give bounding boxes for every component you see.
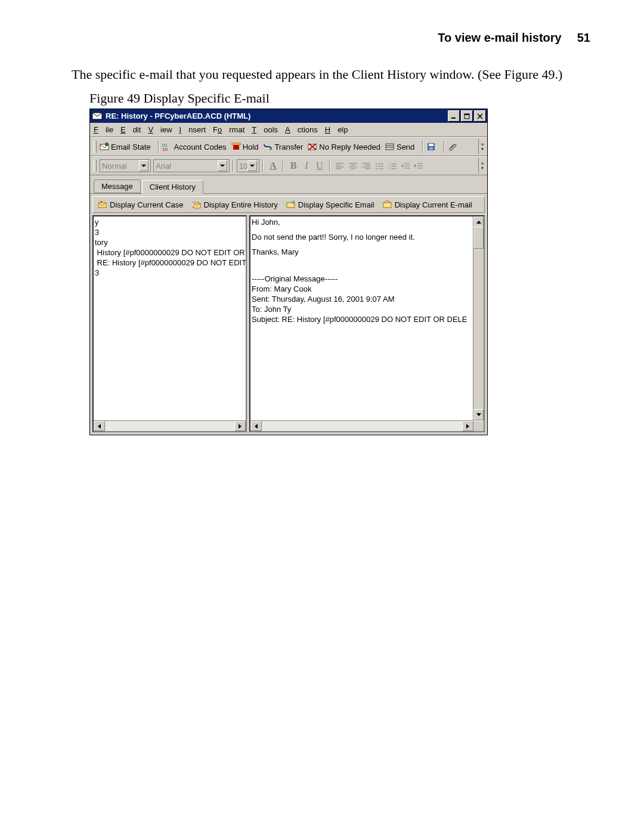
close-button[interactable] (474, 110, 486, 122)
maximize-button[interactable] (461, 110, 473, 122)
toolbar-grip[interactable] (94, 141, 97, 153)
format-overflow[interactable]: »▼ (478, 158, 486, 174)
svg-rect-11 (386, 144, 394, 150)
font-color-button[interactable]: A (267, 159, 280, 172)
display-specific-email-button[interactable]: ? Display Specific Email (284, 200, 374, 209)
align-center-button[interactable] (346, 159, 360, 172)
header-title: To view e-mail history (438, 31, 561, 45)
mails-icon (192, 200, 202, 209)
svg-rect-1 (451, 117, 456, 119)
history-toolbar: Display Current Case Display Entire Hist… (92, 196, 485, 213)
no-reply-button[interactable]: No Reply Needed (308, 142, 380, 151)
scroll-right-button[interactable] (462, 421, 473, 431)
bold-button[interactable]: B (287, 159, 300, 172)
main-toolbar: Email State 0110 Account Codes Hold Tran… (90, 137, 487, 156)
size-combo[interactable]: 10 (237, 159, 259, 172)
tab-client-history[interactable]: Client History (142, 180, 203, 194)
svg-rect-9 (232, 143, 240, 145)
email-state-icon (100, 142, 109, 151)
paperclip-icon (448, 142, 457, 151)
svg-text:10: 10 (162, 147, 168, 151)
mail-open-icon (383, 200, 392, 209)
menubar: File Edit View Insert Format Tools Actio… (90, 123, 487, 137)
history-list[interactable]: y 3 tory History [#pf0000000029 DO NOT E… (94, 216, 246, 431)
display-entire-history-button[interactable]: Display Entire History (190, 200, 278, 209)
bullets-button[interactable] (373, 159, 386, 172)
display-current-case-button[interactable]: Display Current Case (95, 200, 184, 209)
indent-button[interactable] (412, 159, 425, 172)
scroll-left-button[interactable] (250, 421, 262, 431)
page-header: To view e-mail history 51 (72, 31, 590, 45)
format-toolbar: Normal Arial 10 A B I U 123 (90, 156, 487, 175)
style-combo[interactable]: Normal (100, 159, 151, 172)
tab-message[interactable]: Message (94, 179, 141, 193)
menu-format[interactable]: Format (213, 125, 244, 134)
account-codes-button[interactable]: 0110 Account Codes (162, 142, 226, 151)
tab-strip: Message Client History (90, 175, 487, 193)
italic-button[interactable]: I (300, 159, 313, 172)
hold-icon (231, 142, 241, 151)
right-vscroll[interactable] (473, 216, 484, 420)
mail-icon (92, 112, 103, 120)
svg-rect-16 (429, 147, 433, 150)
email-state-button[interactable]: Email State (100, 142, 150, 151)
scroll-down-button[interactable] (473, 409, 484, 420)
format-grip[interactable] (94, 160, 97, 172)
left-hscroll[interactable] (94, 420, 246, 431)
svg-text:3: 3 (388, 168, 390, 169)
menu-actions[interactable]: Actions (285, 125, 318, 134)
save-button[interactable] (426, 142, 436, 151)
chevron-down-icon (247, 160, 257, 171)
window-title: RE: History - PFCyberAED.ACD (HTML) (106, 112, 250, 120)
mail-question-icon: ? (286, 200, 296, 209)
align-right-button[interactable] (360, 159, 373, 172)
chevron-down-icon (139, 160, 148, 171)
chevron-down-icon (218, 160, 227, 171)
folder-mail-icon (98, 200, 107, 209)
floppy-icon (426, 142, 436, 151)
toolbar-overflow[interactable]: »▼ (478, 139, 486, 154)
svg-point-31 (376, 166, 377, 167)
minimize-button[interactable] (448, 110, 460, 122)
scroll-corner (473, 421, 484, 431)
menu-edit[interactable]: Edit (120, 125, 141, 134)
titlebar[interactable]: RE: History - PFCyberAED.ACD (HTML) (90, 109, 487, 123)
align-left-button[interactable] (333, 159, 346, 172)
app-window: RE: History - PFCyberAED.ACD (HTML) File… (89, 109, 488, 435)
menu-help[interactable]: Help (325, 125, 348, 134)
body-sentence: The specific e-mail that you requested a… (72, 66, 608, 83)
outdent-button[interactable] (399, 159, 412, 172)
history-list-pane[interactable]: y 3 tory History [#pf0000000029 DO NOT E… (92, 215, 247, 432)
hold-button[interactable]: Hold (231, 142, 259, 151)
transfer-button[interactable]: Transfer (263, 142, 303, 151)
svg-rect-3 (465, 114, 469, 115)
svg-rect-15 (429, 144, 434, 146)
figure-caption: Figure 49 Display Specific E-mail (89, 91, 270, 106)
attach-button[interactable] (448, 142, 457, 151)
email-body: Hi John, Do not send the part!! Sorry, I… (250, 216, 484, 431)
right-hscroll[interactable] (250, 420, 473, 431)
menu-insert[interactable]: Insert (179, 125, 206, 134)
menu-file[interactable]: File (94, 125, 113, 134)
send-button[interactable]: Send (385, 142, 414, 151)
menu-tools[interactable]: Tools (252, 125, 278, 134)
underline-button[interactable]: U (313, 159, 326, 172)
svg-point-29 (376, 163, 377, 165)
numbering-button[interactable]: 123 (386, 159, 399, 172)
scroll-thumb[interactable] (473, 227, 484, 249)
send-icon (385, 142, 395, 151)
email-preview-pane[interactable]: Hi John, Do not send the part!! Sorry, I… (249, 215, 485, 432)
display-current-email-button[interactable]: Display Current E-mail (380, 200, 472, 209)
menu-view[interactable]: View (148, 125, 172, 134)
svg-rect-52 (383, 203, 391, 208)
svg-point-33 (376, 168, 377, 169)
scroll-right-button[interactable] (234, 421, 246, 431)
svg-text:?: ? (292, 200, 295, 206)
scroll-left-button[interactable] (94, 421, 105, 431)
page-number: 51 (577, 31, 590, 45)
account-codes-icon: 0110 (162, 142, 172, 151)
svg-point-5 (105, 143, 109, 146)
font-combo[interactable]: Arial (153, 159, 230, 172)
no-reply-icon (308, 142, 317, 151)
transfer-icon (263, 142, 273, 151)
